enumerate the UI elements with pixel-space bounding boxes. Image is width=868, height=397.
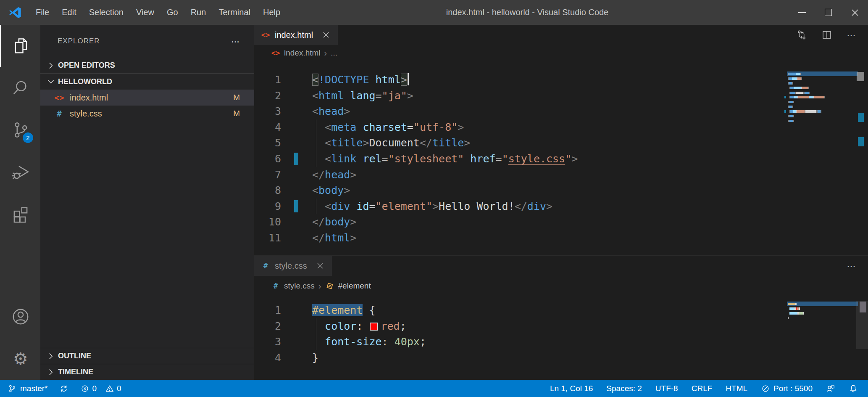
source-control-badge: 2 [23, 132, 33, 143]
breadcrumb-file[interactable]: index.html [284, 48, 321, 58]
activity-bar: 2 ⚙ [0, 25, 40, 380]
open-changes-icon[interactable] [796, 29, 807, 40]
status-bar: master* 0 0 Ln 1, Col 16 [0, 380, 868, 397]
activity-explorer[interactable] [0, 25, 40, 67]
code-line[interactable]: 2 color: red; [254, 318, 868, 334]
activity-search[interactable] [0, 67, 40, 109]
code-line[interactable]: 5 <title>Document</title> [254, 135, 868, 151]
menu-edit[interactable]: Edit [55, 0, 82, 25]
menu-go[interactable]: Go [160, 0, 184, 25]
code-line[interactable]: 9 <div id="element">Hello World!</div> [254, 198, 868, 214]
live-server-port-item[interactable]: Port : 5500 [761, 384, 813, 393]
activity-source-control[interactable]: 2 [0, 109, 40, 151]
html-file-icon: <> [271, 49, 280, 57]
code-line[interactable]: 3 font-size: 40px; [254, 334, 868, 350]
minimize-button[interactable] [789, 0, 815, 25]
problems-item[interactable]: 0 0 [80, 384, 121, 393]
activity-account[interactable] [0, 296, 40, 338]
section-timeline[interactable]: TIMELINE [40, 364, 254, 380]
breadcrumb-separator-icon: › [324, 48, 327, 58]
tab-close-icon[interactable] [316, 262, 324, 270]
menu-view[interactable]: View [130, 0, 160, 25]
code-line[interactable]: 11</html> [254, 230, 868, 246]
code-line[interactable]: 2<html lang="ja"> [254, 88, 868, 104]
code-line[interactable]: 3<head> [254, 103, 868, 119]
menu-file[interactable]: File [29, 0, 55, 25]
warning-count: 0 [117, 384, 121, 393]
code-line[interactable]: 1#element { [254, 302, 868, 318]
breadcrumb-file[interactable]: style.css [284, 281, 315, 291]
code-line[interactable]: 6 <link rel="stylesheet" href="style.css… [254, 151, 868, 167]
indentation-item[interactable]: Spaces: 2 [606, 384, 642, 393]
explorer-more-actions[interactable]: ··· [231, 35, 239, 48]
encoding-item[interactable]: UTF-8 [655, 384, 678, 393]
code-editor-css[interactable]: 1#element {2 color: red;3 font-size: 40p… [254, 296, 868, 365]
maximize-button[interactable] [815, 0, 842, 25]
minimap-html[interactable] [788, 71, 857, 123]
files-icon [11, 37, 30, 55]
section-outline[interactable]: OUTLINE [40, 348, 254, 364]
close-button[interactable] [842, 0, 868, 25]
code-editor-html[interactable]: 1<!DOCTYPE html>2<html lang="ja">3<head>… [254, 61, 868, 246]
tab-bar-css: # style.css ··· [254, 256, 868, 276]
extensions-icon [11, 205, 30, 223]
menu-run[interactable]: Run [184, 0, 213, 25]
code-line[interactable]: 1<!DOCTYPE html> [254, 72, 868, 88]
css-rule-symbol-icon [325, 281, 334, 291]
line-number: 2 [254, 318, 281, 334]
activity-run-debug[interactable] [0, 151, 40, 193]
split-editor-icon[interactable] [821, 29, 832, 40]
port-label: Port : 5500 [773, 384, 813, 393]
sync-item[interactable] [59, 384, 68, 393]
code-line[interactable]: 4 <meta charset="utf-8"> [254, 119, 868, 135]
line-number: 1 [254, 72, 281, 88]
file-row-index-html[interactable]: <> index.html M [40, 90, 254, 106]
file-row-style-css[interactable]: # style.css M [40, 106, 254, 122]
git-branch-item[interactable]: master* [8, 384, 47, 393]
activity-extensions[interactable] [0, 193, 40, 235]
overview-modified-mark [858, 113, 864, 122]
activity-settings[interactable]: ⚙ [0, 338, 40, 380]
feedback-item[interactable] [826, 384, 835, 393]
minimap-css[interactable] [788, 302, 857, 320]
line-number: 11 [254, 230, 281, 246]
breadcrumbs-html: <> index.html › ... [254, 45, 868, 61]
tab-style-css[interactable]: # style.css [254, 256, 332, 276]
section-label: TIMELINE [58, 368, 93, 376]
menu-selection[interactable]: Selection [83, 0, 130, 25]
window-title: index.html - helloworld - Visual Studio … [446, 8, 609, 17]
tab-index-html[interactable]: <> index.html [254, 25, 338, 45]
eol-item[interactable]: CRLF [692, 384, 713, 393]
chevron-right-icon [45, 367, 56, 378]
close-icon [851, 8, 859, 17]
breadcrumb-symbol[interactable]: #element [338, 281, 371, 291]
line-number: 5 [254, 135, 281, 151]
cursor-position-item[interactable]: Ln 1, Col 16 [550, 384, 593, 393]
section-label: HELLOWORLD [58, 77, 112, 86]
code-line[interactable]: 7</head> [254, 167, 868, 183]
menu-help[interactable]: Help [257, 0, 287, 25]
more-actions-icon[interactable]: ··· [847, 260, 855, 272]
section-open-editors[interactable]: OPEN EDITORS [40, 58, 254, 74]
file-name: style.css [70, 109, 102, 119]
notifications-item[interactable] [849, 384, 858, 393]
color-swatch [370, 323, 378, 331]
code-line[interactable]: 10</body> [254, 214, 868, 230]
line-number: 3 [254, 334, 281, 350]
editor-actions: ··· [847, 256, 868, 276]
section-label: OPEN EDITORS [58, 61, 115, 70]
breadcrumb-rest[interactable]: ... [331, 48, 337, 58]
line-number: 4 [254, 119, 281, 135]
scrollbar-thumb[interactable] [860, 302, 866, 312]
menu-terminal[interactable]: Terminal [212, 0, 257, 25]
section-folder-helloworld[interactable]: HELLOWORLD [40, 74, 254, 90]
tab-close-icon[interactable] [322, 31, 330, 39]
status-right: Ln 1, Col 16 Spaces: 2 UTF-8 CRLF HTML P… [550, 384, 858, 393]
language-mode-item[interactable]: HTML [726, 384, 747, 393]
more-actions-icon[interactable]: ··· [847, 29, 855, 41]
code-line[interactable]: 4} [254, 350, 868, 366]
tab-bar-html: <> index.html ··· [254, 25, 868, 45]
chevron-down-icon [45, 76, 56, 87]
code-line[interactable]: 8<body> [254, 183, 868, 198]
file-name: index.html [70, 93, 108, 103]
